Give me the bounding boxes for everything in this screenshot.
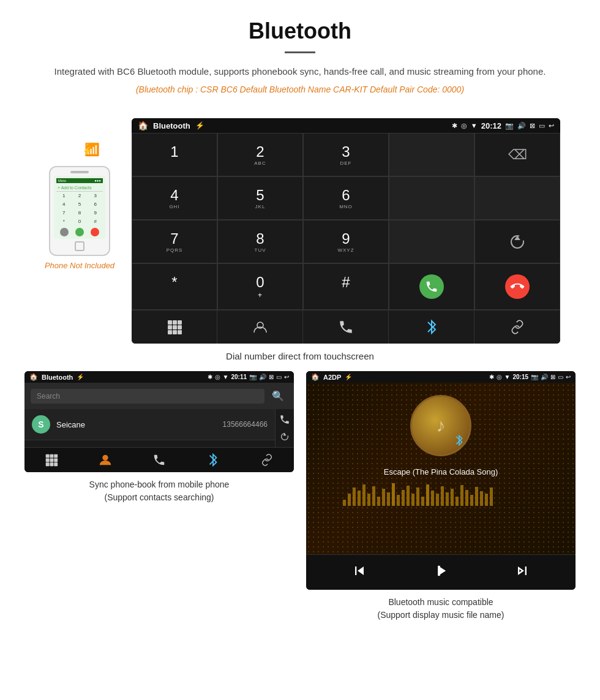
music-song-title: Escape (The Pina Colada Song) — [306, 462, 576, 481]
key-star[interactable]: * — [132, 263, 217, 310]
key-7[interactable]: 7PQRS — [132, 220, 217, 263]
phone-body: Moto●●● + Add to Contacts 123 456 789 *0… — [49, 166, 110, 256]
svg-rect-29 — [358, 491, 361, 506]
music-cam2-icon: 📷 — [531, 374, 538, 380]
screen-icon: ▭ — [539, 122, 545, 130]
grid-button[interactable] — [132, 310, 217, 344]
music-home-icon: 🏠 — [311, 373, 320, 381]
search-icon[interactable]: 🔍 — [268, 386, 288, 405]
link-button[interactable] — [474, 310, 560, 344]
refresh-button[interactable] — [474, 220, 560, 263]
header-specs: (Bluetooth chip : CSR BC6 Default Blueto… — [37, 83, 563, 96]
key-hash[interactable]: # — [303, 263, 389, 310]
svg-rect-16 — [46, 454, 50, 458]
pb-sig-icon: ▼ — [223, 374, 229, 380]
svg-rect-50 — [460, 485, 463, 506]
key-9[interactable]: 9WXYZ — [303, 220, 389, 263]
pb-phone-btn[interactable] — [132, 453, 186, 467]
key-2[interactable]: 2ABC — [217, 133, 303, 176]
contacts-button[interactable] — [217, 310, 303, 344]
prev-button[interactable] — [351, 562, 368, 582]
pb-bt-icon: ✱ — [208, 374, 212, 380]
bluetooth-button[interactable] — [389, 310, 474, 344]
contacts-icon — [252, 319, 268, 335]
statusbar-right: ✱ ◎ ▼ 20:12 📷 🔊 ⊠ ▭ ↩ — [452, 121, 554, 130]
music-scr2-icon: ▭ — [558, 374, 563, 380]
location-icon: ◎ — [461, 122, 467, 130]
music-item: 🏠 A2DP ⚡ ✱ ◎ ▼ 20:15 📷 🔊 ⊠ ▭ ↩ — [300, 371, 582, 622]
pb-grid-icon — [45, 453, 58, 467]
svg-rect-52 — [470, 495, 473, 506]
key-4[interactable]: 4GHI — [132, 176, 217, 220]
x-icon: ⊠ — [530, 122, 535, 130]
phone-btn-left — [60, 228, 69, 236]
svg-rect-18 — [54, 454, 58, 458]
pb-user-btn[interactable] — [78, 453, 132, 467]
pb-user-icon — [98, 453, 113, 467]
svg-rect-33 — [377, 497, 380, 506]
key-6[interactable]: 6MNO — [303, 176, 389, 220]
svg-rect-30 — [362, 484, 366, 506]
pb-home-icon: 🏠 — [29, 373, 38, 381]
music-sig-icon: ▼ — [504, 374, 511, 380]
svg-rect-8 — [173, 325, 177, 329]
pb-x-icon: ⊠ — [269, 374, 274, 380]
pb-grid-btn[interactable] — [24, 453, 78, 467]
svg-rect-27 — [348, 494, 351, 506]
call-button[interactable] — [389, 263, 474, 310]
svg-rect-44 — [431, 491, 434, 506]
backspace-button[interactable]: ⌫ — [474, 133, 560, 176]
svg-rect-19 — [46, 459, 50, 462]
pb-bt-icon — [207, 453, 219, 467]
pb-caption: Sync phone-book from mobile phone (Suppo… — [89, 478, 230, 504]
svg-rect-5 — [173, 320, 177, 325]
key-empty-3 — [474, 176, 560, 220]
key-5[interactable]: 5JKL — [217, 176, 303, 220]
key-8[interactable]: 8TUV — [217, 220, 303, 263]
hangup-button[interactable] — [474, 263, 560, 310]
key-empty-1 — [389, 133, 474, 176]
pb-vol-icon: 🔊 — [259, 374, 266, 380]
pb-statusbar: 🏠 Bluetooth ⚡ ✱ ◎ ▼ 20:11 📷 🔊 ⊠ ▭ ↩ — [24, 371, 294, 383]
phone-not-included-label: Phone Not Included — [45, 261, 114, 270]
play-pause-button[interactable] — [432, 562, 449, 582]
svg-rect-54 — [480, 491, 483, 506]
volume-icon: 🔊 — [517, 122, 526, 130]
search-input[interactable]: Search — [31, 389, 264, 404]
refresh-icon — [508, 233, 527, 251]
music-caption: Bluetooth music compatible (Support disp… — [378, 596, 504, 622]
pb-bt-btn[interactable] — [186, 453, 240, 467]
svg-rect-39 — [407, 486, 410, 506]
pb-link-btn[interactable] — [240, 453, 294, 467]
pb-right-icons — [275, 409, 294, 447]
statusbar-title: Bluetooth — [153, 121, 190, 130]
pb-title: Bluetooth — [42, 374, 73, 381]
svg-rect-21 — [54, 459, 58, 462]
next-button[interactable] — [514, 562, 531, 582]
key-1[interactable]: 1 — [132, 133, 217, 176]
svg-point-25 — [102, 455, 108, 461]
key-0[interactable]: 0+ — [217, 263, 303, 310]
svg-rect-34 — [382, 489, 385, 506]
pb-refresh-icon[interactable] — [279, 431, 290, 442]
svg-rect-46 — [441, 486, 444, 506]
svg-rect-12 — [178, 330, 182, 334]
grid-icon — [167, 319, 182, 335]
svg-rect-53 — [475, 487, 478, 506]
music-bg: ♪ Escape (The Pina Colada Song) — [306, 383, 576, 554]
header-divider — [285, 51, 315, 53]
key-empty-2 — [389, 176, 474, 220]
android-dial-screen: 🏠 Bluetooth ⚡ ✱ ◎ ▼ 20:12 📷 🔊 ⊠ ▭ ↩ 1 2A… — [132, 118, 560, 344]
phone-tab-button[interactable] — [303, 310, 389, 344]
key-3[interactable]: 3DEF — [303, 133, 389, 176]
music-bt-overlay-icon — [454, 434, 465, 450]
header-description: Integrated with BC6 Bluetooth module, su… — [37, 64, 563, 79]
music-bt-icon: ✱ — [489, 374, 494, 380]
pb-call-icon[interactable] — [279, 414, 290, 425]
music-note-icon: ♪ — [437, 415, 446, 436]
svg-rect-40 — [411, 494, 414, 506]
phone-dial-grid: 123 456 789 *0# — [56, 192, 103, 225]
dial-section: 📶 ⚡ Moto●●● + Add to Contacts 123 456 78… — [0, 112, 600, 344]
contact-number: 13566664466 — [223, 420, 268, 429]
bluetooth-icon — [425, 319, 438, 335]
